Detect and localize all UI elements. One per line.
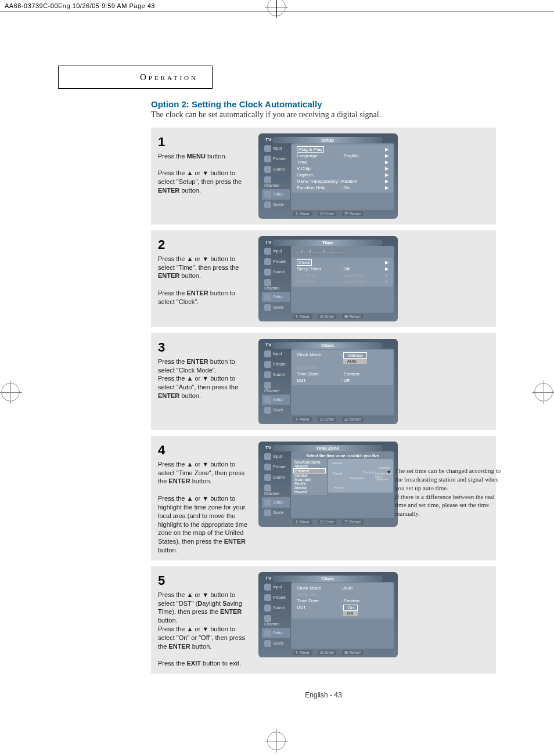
tv-row-label: Caption xyxy=(297,172,341,178)
tv-row-label: On Timer xyxy=(297,273,341,278)
tz-option: Pacific xyxy=(293,482,326,486)
tv-screen-4: TV Time Zone InputPictureSoundChannelSet… xyxy=(258,442,398,527)
tv-row: V-Chip ▶ xyxy=(293,165,392,172)
tv-footer: ⇕ Move ⊡ Enter ☰ Return xyxy=(262,649,394,655)
tz-list: NewfoundlandAtlanticEasternCentralMounta… xyxy=(292,459,327,495)
step-instructions: 2 Press the ▲ or ▼ button to select "Tim… xyxy=(158,236,248,306)
tv-panel-title: Time Zone xyxy=(272,445,383,451)
tv-menu-sound: Sound xyxy=(262,370,290,380)
tv-menu-input: Input xyxy=(262,349,290,359)
tv-row-value: Medium xyxy=(341,179,383,184)
tv-panel-title: Time xyxy=(272,240,383,246)
tv-row-value: : Inactivated xyxy=(341,279,383,284)
chevron-right-icon xyxy=(383,585,388,591)
return-hint: ☰ Return xyxy=(342,650,364,655)
step-body: Press the MENU button.Press the ▲ or ▼ b… xyxy=(158,152,248,195)
tv-menu-input: Input xyxy=(262,246,290,256)
tv-menu-setup: Setup xyxy=(262,628,290,638)
tv-row: Time ▶ xyxy=(293,159,392,165)
tv-row-label: Time Zone xyxy=(297,598,341,603)
move-hint: ⇕ Move xyxy=(293,211,312,216)
tv-menu-channel: Channel xyxy=(262,175,290,189)
enter-hint: ⊡ Enter xyxy=(318,519,337,525)
us-map: Alaska Pacific Mountain Central Eastern … xyxy=(328,459,393,493)
tv-header: TV Time Zone xyxy=(262,445,394,451)
section-header-box: Operation xyxy=(58,66,213,89)
step-instructions: 4 Press the ▲ or ▼ button to select "Tim… xyxy=(158,442,248,555)
tv-menu-channel: Channel xyxy=(262,613,290,628)
tz-option: Central xyxy=(293,473,326,478)
step-5: 5 Press the ▲ or ▼ button to select "DST… xyxy=(151,566,496,674)
tv-row-label: V-Chip xyxy=(297,166,341,171)
return-hint: ☰ Return xyxy=(342,211,364,216)
tv-label: TV xyxy=(265,240,271,246)
chevron-right-icon xyxy=(383,592,388,597)
tv-menu-sound: Sound xyxy=(262,267,290,277)
chevron-right-icon: ▶ xyxy=(383,166,388,171)
enter-hint: ⊡ Enter xyxy=(318,314,337,319)
tv-menu-setup: Setup xyxy=(262,497,290,508)
tv-row-label: Clock Mode xyxy=(297,585,341,591)
chevron-right-icon xyxy=(383,352,388,364)
tv-row-label: Clock Set xyxy=(297,592,341,597)
tv-row-value xyxy=(341,166,383,171)
tv-panel-title: Clock xyxy=(272,342,383,349)
tz-option: Atlantic xyxy=(293,464,326,468)
chevron-right-icon: ▶ xyxy=(383,185,388,190)
tv-menu-sound: Sound xyxy=(262,164,290,175)
tv-row-label: Clock Mode xyxy=(297,352,341,364)
tv-menu-setup: Setup xyxy=(262,292,290,302)
tv-menu-picture: Picture xyxy=(262,462,290,472)
intro-text: The clock can be set automatically if yo… xyxy=(151,110,496,120)
tv-row-value: : English xyxy=(341,153,383,158)
page-number: English - 43 xyxy=(151,691,496,699)
chevron-right-icon: ▶ xyxy=(383,266,388,272)
enter-hint: ⊡ Enter xyxy=(318,211,337,216)
tv-sidebar: InputPictureSoundChannelSetupGuide xyxy=(262,582,290,649)
tv-panel-body: - - / - - / - - - - / - - : - - - - Cloc… xyxy=(291,246,394,313)
tv-sidebar: InputPictureSoundChannelSetupGuide xyxy=(262,143,290,210)
option-title: Option 2: Setting the Clock Automaticall… xyxy=(151,99,496,109)
move-hint: ⇕ Move xyxy=(293,519,312,525)
tv-menu-setup: Setup xyxy=(262,395,290,405)
tv-row-value: : Inactivated xyxy=(341,273,383,278)
chevron-right-icon: ▶ xyxy=(383,279,388,284)
tv-menu-guide: Guide xyxy=(262,638,290,649)
tv-row-value: : On xyxy=(341,185,383,190)
return-hint: ☰ Return xyxy=(342,519,364,525)
tv-header: TV Clock xyxy=(262,342,394,349)
tv-label: TV xyxy=(265,576,271,582)
tz-option: Newfoundland xyxy=(293,460,326,464)
tv-row-value xyxy=(341,592,383,597)
tv-row-label: Function Help xyxy=(297,185,341,190)
chevron-right-icon: ▶ xyxy=(383,147,388,152)
tv-menu-input: Input xyxy=(262,582,290,592)
tv-row-label: DST xyxy=(297,605,341,616)
tv-row: Clock Set xyxy=(293,591,392,598)
step-instructions: 5 Press the ▲ or ▼ button to select "DST… xyxy=(158,572,248,668)
step-body: Press the ▲ or ▼ button to select "Time … xyxy=(158,460,248,555)
step-number: 5 xyxy=(158,572,248,589)
step-number: 2 xyxy=(158,236,248,254)
step-3: 3 Press the ENTER button to select "Cloc… xyxy=(151,333,496,430)
crop-mark-left xyxy=(1,383,20,401)
tv-row-label: Sleep Timer xyxy=(297,266,341,272)
tv-screen-2: TV Time InputPictureSoundChannelSetupGui… xyxy=(258,236,398,321)
tv-row-value xyxy=(341,365,383,370)
tv-row-label: Plug & Play xyxy=(297,147,341,152)
tv-panel-body: Clock Mode : ManualAuto Clock Set Time Z… xyxy=(291,349,394,415)
tv-sidebar: InputPictureSoundChannelSetupGuide xyxy=(262,349,290,415)
tz-option: Alaska xyxy=(293,486,326,490)
tv-row-value: : Auto xyxy=(341,585,383,591)
tv-screen-3: TV Clock InputPictureSoundChannelSetupGu… xyxy=(258,339,398,424)
step-number: 3 xyxy=(158,339,248,356)
tv-label: TV xyxy=(265,342,271,349)
chevron-right-icon: ▶ xyxy=(383,273,388,278)
tv-row: Menu Transparency : Medium ▶ xyxy=(293,178,392,185)
tv-row: DST : OnOff xyxy=(293,604,392,617)
enter-hint: ⊡ Enter xyxy=(318,650,337,655)
tv-row: Language : English ▶ xyxy=(293,153,392,159)
tv-panel-body: Clock Mode : Auto Clock Set Time Zone : … xyxy=(291,582,394,649)
tv-panel-title: Setup xyxy=(272,137,383,143)
section-label: Operation xyxy=(140,73,198,82)
